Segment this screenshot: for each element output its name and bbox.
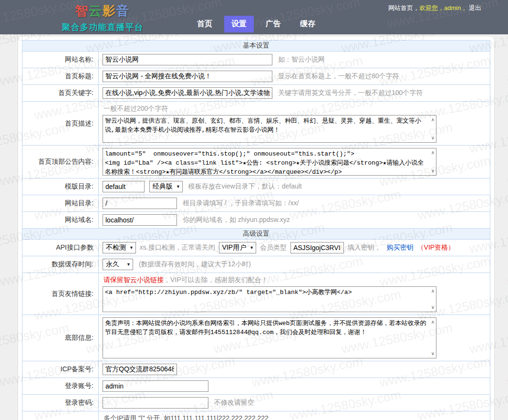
- login-password-hint: 不修改请留空: [214, 399, 254, 406]
- site-name-input[interactable]: [103, 54, 272, 65]
- template-dir-input[interactable]: [103, 181, 145, 192]
- row-friend-links: 首页友情链接: 请保留智云小说链接，VIP可以去除，感谢朋友们配合！ <a hr…: [22, 273, 490, 315]
- template-dir-label: 模版目录:: [22, 178, 99, 195]
- site-domain-hint: 你的网站域名，如 zhiyun.ppdsw.xyz: [183, 216, 290, 223]
- vip-required-text: （VIP资格）: [417, 243, 455, 251]
- ban-ip-hint: 多个IP请用 "|" 分开, 如111.111.111.111|222.222.…: [104, 414, 486, 420]
- friend-links-hint: 请保留智云小说链接，VIP可以去除，感谢朋友们配合！: [104, 276, 486, 284]
- template-style-value: 经典版: [153, 182, 173, 191]
- row-home-desc: 首页描述: 一般不超过200个字符 智云小说网，提供古言、现言、原创、玄幻、都市…: [22, 102, 490, 146]
- home-notice-textarea[interactable]: lamount="5" onmouseover="this.stop();" o…: [103, 148, 436, 175]
- site-logo: 智云影音 聚合多功能直播平台: [48, 2, 157, 33]
- row-home-notice: 首页顶部公告内容: lamount="5" onmouseover="this.…: [22, 146, 490, 178]
- icp-input[interactable]: [103, 364, 177, 375]
- api-params-label: API接口参数: [22, 240, 99, 256]
- row-site-domain: 网站域名: 你的网站域名，如 zhiyun.ppdsw.xyz: [22, 212, 490, 229]
- login-password-label: 登录密码:: [22, 395, 99, 411]
- template-style-select[interactable]: 经典版 ▼: [149, 181, 183, 192]
- nav-tab-settings[interactable]: 设置: [224, 16, 254, 32]
- site-dir-hint: 根目录请填写 / ，子目录请填写如：/xx/: [183, 199, 299, 207]
- api-check-value: 不检测: [106, 243, 126, 252]
- footer-info-label: 底部信息:: [22, 315, 99, 361]
- site-name-hint: 如：智云小说网: [278, 55, 325, 63]
- cache-time-select[interactable]: 永久 ▼: [103, 259, 133, 270]
- home-keywords-input[interactable]: [103, 87, 272, 99]
- home-title-label: 首页标题:: [22, 68, 99, 85]
- logo-char-yin: 音: [116, 4, 130, 18]
- row-footer-info: 底部信息: 免责声明：本网站提供的小说均系来自网络索引，本网站只提供web页面测…: [22, 315, 490, 361]
- row-ban-ip: 禁止某些IP访问: 多个IP请用 "|" 分开, 如111.111.111.11…: [22, 411, 490, 420]
- member-type-hint: 会员类型: [260, 243, 287, 251]
- chevron-down-icon: ▼: [176, 184, 180, 189]
- scroll-down-icon[interactable]: ∨: [431, 136, 435, 140]
- home-notice-label: 首页顶部公告内容:: [22, 146, 99, 178]
- friend-links-label: 首页友情链接:: [22, 273, 99, 315]
- login-password-input[interactable]: [103, 397, 208, 409]
- buy-key-link[interactable]: 购买密钥: [387, 243, 414, 251]
- api-key-hint: 填入密钥，: [348, 243, 381, 251]
- scroll-up-icon[interactable]: ∧: [431, 320, 435, 325]
- link-site-home[interactable]: 网站首页，: [388, 4, 419, 11]
- footer-info-textarea[interactable]: 免责声明：本网站提供的小说均系来自网络索引，本网站只提供web页面测试服务，并不…: [103, 318, 436, 358]
- home-keywords-hint: 关键字请用英文逗号分开，一般不超过100个字符: [278, 89, 423, 96]
- site-domain-input[interactable]: [103, 214, 177, 226]
- top-header: www.12580sky.comwww.12580sky.comwww.1258…: [0, 0, 508, 34]
- ban-ip-label: 禁止某些IP访问:: [22, 411, 99, 420]
- chevron-down-icon: ▼: [129, 245, 134, 250]
- site-name-label: 网站名称:: [22, 52, 99, 68]
- home-title-hint: 显示在首页标题上，一般不超过80个字符: [278, 72, 399, 80]
- api-check-select[interactable]: 不检测 ▼: [103, 242, 136, 253]
- row-cache-time: 数据缓存时间: 永久 ▼ (数据缓存有效时间，建议大于12小时): [22, 256, 490, 273]
- home-desc-label: 首页描述:: [22, 102, 99, 146]
- home-title-input[interactable]: [103, 71, 272, 82]
- settings-table: 基本设置 网站名称: 如：智云小说网 首页标题: 显示在首页标题上，一般不超过8…: [22, 40, 490, 420]
- row-api-params: API接口参数 不检测 ▼ xs.接口检测，正常请关闭 VIP用户 ▼ 会员类型…: [22, 240, 490, 256]
- row-home-keywords: 首页关键字: 关键字请用英文逗号分开，一般不超过100个字符: [22, 85, 490, 102]
- settings-panel: 基本设置 网站名称: 如：智云小说网 首页标题: 显示在首页标题上，一般不超过8…: [18, 36, 495, 420]
- row-icp: ICP备案号:: [22, 361, 490, 378]
- row-template-dir: 模版目录: 经典版 ▼ 模板存放在view目录下，默认：default: [22, 178, 490, 195]
- logout-link[interactable]: 退出: [469, 4, 481, 11]
- scroll-down-icon[interactable]: ∨: [431, 305, 435, 310]
- home-keywords-label: 首页关键字:: [22, 85, 99, 102]
- row-site-name: 网站名称: 如：智云小说网: [22, 52, 490, 68]
- scroll-down-icon[interactable]: ∨: [431, 168, 435, 173]
- row-login-account: 登录账号:: [22, 378, 490, 395]
- row-site-dir: 网站目录: 根目录请填写 / ，子目录请填写如：/xx/: [22, 195, 490, 212]
- row-home-title: 首页标题: 显示在首页标题上，一般不超过80个字符: [22, 68, 490, 85]
- api-key-input[interactable]: [290, 242, 344, 253]
- login-account-label: 登录账号:: [22, 378, 99, 395]
- cache-time-hint: (数据缓存有效时间，建议大于12小时): [139, 260, 251, 268]
- member-type-select[interactable]: VIP用户 ▼: [219, 242, 257, 253]
- username-text: admin，: [444, 4, 467, 11]
- api-check-hint: xs.接口检测，正常请关闭: [140, 243, 215, 251]
- friend-links-textarea[interactable]: <a href="http://zhiyun.ppdsw.xyz/zb/" ta…: [103, 287, 436, 312]
- site-domain-label: 网站域名:: [22, 212, 99, 229]
- site-dir-label: 网站目录:: [22, 195, 99, 212]
- scroll-up-icon[interactable]: ∧: [431, 117, 435, 122]
- section-title-advanced: 高级设置: [22, 229, 490, 240]
- nav-tab-cache[interactable]: 缓存: [293, 16, 322, 32]
- nav-tab-ads[interactable]: 广告: [259, 16, 288, 32]
- scroll-up-icon[interactable]: ∧: [431, 150, 435, 155]
- chevron-down-icon: ▼: [249, 245, 254, 250]
- scroll-down-icon[interactable]: ∨: [431, 351, 435, 356]
- section-row-basic: 基本设置: [22, 41, 490, 52]
- logo-char-ying: 影: [103, 4, 116, 18]
- friend-links-hint-gray: ，VIP可以去除，感谢朋友们配合！: [164, 276, 268, 284]
- nav-tab-home[interactable]: 首页: [190, 16, 219, 32]
- main-nav: 首页 设置 广告 缓存: [190, 16, 327, 32]
- section-row-advanced: 高级设置: [22, 229, 490, 240]
- site-dir-input[interactable]: [103, 198, 177, 209]
- logo-char-zhi: 智: [75, 4, 89, 18]
- scroll-up-icon[interactable]: ∧: [431, 289, 435, 294]
- template-dir-hint: 模板存放在view目录下，默认：default: [188, 182, 302, 190]
- row-login-password: 登录密码: 不修改请留空: [22, 395, 490, 411]
- logo-char-yun: 云: [89, 4, 103, 18]
- home-desc-textarea[interactable]: 智云小说网，提供古言、现言、原创、玄幻、都市、言情、娱乐、种田、科幻、悬疑、灵异…: [103, 116, 436, 142]
- logo-subtitle: 聚合多功能直播平台: [48, 21, 157, 33]
- login-account-input[interactable]: [103, 380, 208, 392]
- home-desc-hint: 一般不超过200个字符: [104, 105, 486, 113]
- chevron-down-icon: ▼: [126, 262, 131, 267]
- user-bar: 网站首页，欢迎您，admin， 退出: [388, 4, 481, 12]
